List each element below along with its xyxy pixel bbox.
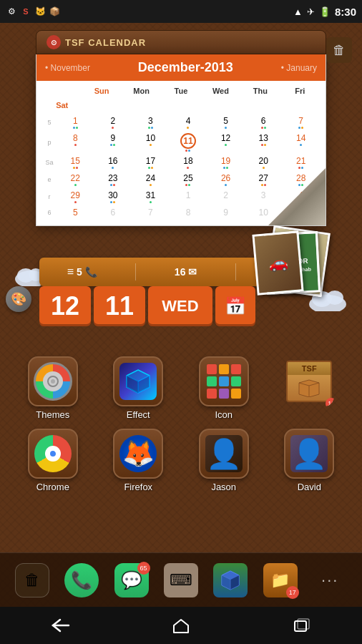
day-jan-5[interactable]: 5 [57, 205, 94, 220]
photo-front: 🚗 [252, 230, 303, 295]
current-month: December-2013 [138, 60, 233, 75]
day-2[interactable]: 2 [94, 114, 132, 131]
app-tsfbox-icon-wrapper: TSF 11 [284, 356, 334, 406]
day-9[interactable]: 9 [94, 131, 132, 154]
day-15[interactable]: 15 [57, 154, 94, 171]
day-22[interactable]: 22 [57, 171, 94, 188]
cal-grid: Sun Mon Tue Wed Thu Fri Sat 5 1 2 3 4 5 … [36, 81, 326, 225]
app-themes[interactable]: Themes [14, 356, 92, 420]
bottom-dock: 🗑 📞 💬 65 ⌨ 📁 17 ··· [0, 552, 362, 607]
app-tsfbox[interactable]: TSF 11 [271, 356, 348, 420]
date-block-minute: 11 [94, 286, 145, 326]
week-row-2: p 8 9 10 11 12 13 14 [42, 131, 320, 154]
day-jan-8[interactable]: 8 [170, 205, 207, 220]
app-jason-icon-wrapper: 👤 [199, 429, 249, 479]
day-16[interactable]: 16 [94, 154, 132, 171]
day-3[interactable]: 3 [132, 114, 170, 131]
date-block-dayname: WED [148, 286, 212, 326]
wifi-icon: ▲ [293, 6, 303, 17]
dow-mon: Mon [122, 84, 161, 98]
week-row-4: e 22 23 24 25 26 27 28 [42, 171, 320, 188]
day-8[interactable]: 8 [57, 131, 94, 154]
day-23[interactable]: 23 [94, 171, 132, 188]
calendar-widget: ⊙ TSF CALENDAR • November December-2013 … [36, 30, 326, 226]
day-13[interactable]: 13 [245, 131, 283, 154]
day-18[interactable]: 18 [170, 154, 207, 171]
day-24[interactable]: 24 [132, 171, 170, 188]
app-grid: Themes Effect [0, 351, 362, 498]
day-27[interactable]: 27 [245, 171, 283, 188]
tsf-badge: 11 [326, 398, 334, 406]
day-jan-6[interactable]: 6 [94, 205, 132, 220]
dock-sms[interactable]: 💬 65 [113, 562, 150, 599]
app-icon-icon-wrapper [199, 356, 249, 406]
day-12[interactable]: 12 [207, 131, 245, 154]
app-effect[interactable]: Effect [100, 356, 177, 420]
dow-thu: Thu [240, 84, 280, 98]
day-20[interactable]: 20 [245, 154, 283, 171]
app-firefox[interactable]: 🦊 Firefox [100, 429, 177, 492]
day-5[interactable]: 5 [207, 114, 245, 131]
day-17[interactable]: 17 [132, 154, 170, 171]
day-4[interactable]: 4 [170, 114, 207, 131]
themes-icon [34, 362, 72, 401]
day-1[interactable]: 1 [57, 114, 94, 131]
day-jan-7[interactable]: 7 [132, 205, 170, 220]
recent-button[interactable] [280, 611, 323, 640]
app-david[interactable]: 👤 David [271, 429, 348, 492]
date-block-hour: 12 [39, 286, 91, 326]
app-effect-icon-wrapper [113, 356, 163, 406]
app-icon[interactable]: Icon [185, 356, 263, 420]
dock-trash[interactable]: 🗑 [14, 562, 51, 599]
day-jan-1[interactable]: 1 [170, 188, 207, 205]
status-left-icons: ⚙ S 🐱 📦 [6, 6, 60, 17]
day-10[interactable]: 10 [132, 131, 170, 154]
day-7[interactable]: 7 [282, 114, 320, 131]
day-26[interactable]: 26 [207, 171, 245, 188]
trash-button[interactable]: 🗑 [326, 37, 352, 63]
day-jan-2[interactable]: 2 [207, 188, 245, 205]
david-photo: 👤 [290, 435, 328, 472]
app-chrome[interactable]: Chrome [14, 429, 92, 492]
dow-fri: Fri [280, 84, 320, 98]
palette-icon[interactable]: 🎨 [6, 286, 31, 312]
day-11-today[interactable]: 11 [170, 131, 207, 154]
dock-3dbox[interactable] [212, 562, 249, 599]
day-6[interactable]: 6 [245, 114, 283, 131]
app-themes-icon-wrapper [28, 356, 78, 406]
day-29[interactable]: 29 [57, 188, 94, 205]
day-30[interactable]: 30 [94, 188, 132, 205]
tsf-header: ⊙ TSF CALENDAR [36, 30, 326, 54]
home-button[interactable] [160, 611, 202, 640]
app-icon-3: 🐱 [34, 6, 46, 17]
app-jason[interactable]: 👤 Jason [185, 429, 263, 492]
photo-collage: Eminem I NEED A DOCTOR Aftermath Rehab C… [248, 229, 341, 315]
day-31[interactable]: 31 [132, 188, 170, 205]
recent-apps-icon [293, 618, 311, 633]
day-19[interactable]: 19 [207, 154, 245, 171]
day-21[interactable]: 21 [282, 154, 320, 171]
firefox-icon: 🦊 [119, 435, 157, 472]
dock-more[interactable]: ··· [311, 562, 348, 599]
dock-folder[interactable]: 📁 17 [262, 562, 299, 599]
tsf-logo: ⊙ [47, 35, 61, 49]
themes-inner-svg [47, 376, 59, 387]
stat-calls: ≡ 5 📞 [67, 265, 97, 278]
date-display: 12 11 WED 📅 [39, 286, 255, 326]
status-time: 8:30 [335, 6, 356, 18]
dock-keyboard[interactable]: ⌨ [162, 562, 200, 599]
back-button[interactable] [39, 611, 82, 640]
app-firefox-icon-wrapper: 🦊 [113, 429, 163, 479]
tsf-box-svg [296, 379, 322, 397]
day-25[interactable]: 25 [170, 171, 207, 188]
day-14[interactable]: 14 [282, 131, 320, 154]
calendar-main[interactable]: • November December-2013 • January Sun M… [36, 54, 326, 226]
day-jan-9[interactable]: 9 [207, 205, 245, 220]
folder-badge: 17 [286, 586, 299, 599]
phone-stat-icon: 📞 [85, 266, 97, 278]
app-jason-label: Jason [211, 482, 236, 492]
app-david-label: David [298, 482, 321, 492]
day-jan-3[interactable]: 3 [245, 188, 283, 205]
dock-phone[interactable]: 📞 [63, 562, 100, 599]
message-stat-icon: ✉ [188, 266, 197, 278]
